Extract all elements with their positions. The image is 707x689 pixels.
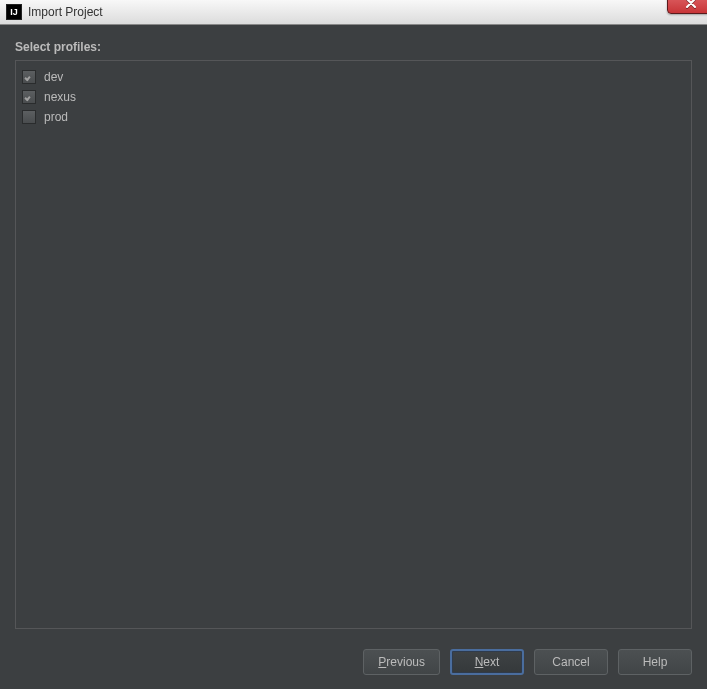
button-bar: Previous Next Cancel Help [0, 639, 707, 689]
previous-button[interactable]: Previous [363, 649, 440, 675]
profile-item-nexus[interactable]: nexus [22, 87, 685, 107]
window-title: Import Project [28, 5, 103, 19]
checkbox-prod[interactable] [22, 110, 36, 124]
profile-label: dev [44, 70, 63, 84]
help-button[interactable]: Help [618, 649, 692, 675]
profiles-list: dev nexus prod [15, 60, 692, 629]
checkbox-dev[interactable] [22, 70, 36, 84]
next-button[interactable]: Next [450, 649, 524, 675]
profile-label: nexus [44, 90, 76, 104]
checkbox-nexus[interactable] [22, 90, 36, 104]
close-icon [685, 0, 697, 8]
select-profiles-label: Select profiles: [15, 40, 692, 54]
profile-item-dev[interactable]: dev [22, 67, 685, 87]
dialog-body: Select profiles: dev nexus prod Previous [0, 25, 707, 689]
cancel-button[interactable]: Cancel [534, 649, 608, 675]
profile-item-prod[interactable]: prod [22, 107, 685, 127]
app-icon: IJ [6, 4, 22, 20]
title-bar: IJ Import Project [0, 0, 707, 25]
profile-label: prod [44, 110, 68, 124]
content-area: Select profiles: dev nexus prod [0, 25, 707, 639]
close-button[interactable] [667, 0, 707, 14]
